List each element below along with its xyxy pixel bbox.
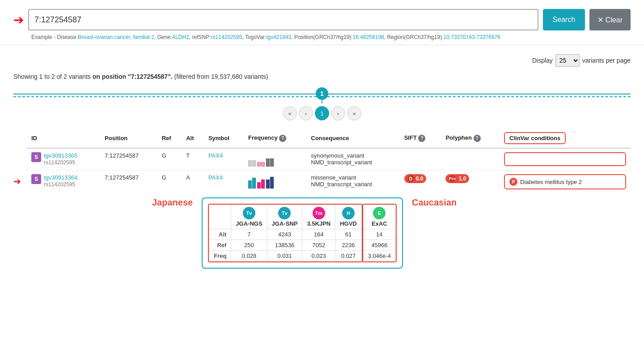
page-last-button[interactable]: » <box>347 106 361 120</box>
col-symbol: Symbol <box>204 128 244 148</box>
jga-snp-badge: Tv <box>278 207 291 219</box>
row2-clinvar-cell: P Diabetes mellitus type 2 <box>504 174 626 189</box>
popup-table: Tv JGA-NGS Tv JGA-SNP <box>209 205 362 261</box>
sift-badge: D 0.0 <box>404 174 427 183</box>
popup-jga-snp-alt: 4243 <box>267 229 302 240</box>
popup-hgvd-alt: 61 <box>335 229 362 240</box>
row2-consequence: missense_variantNMD_transcript_variant <box>306 171 399 193</box>
row2-clinvar: P Diabetes mellitus type 2 <box>500 171 631 193</box>
refsnp-prefix: , refSNP: <box>189 34 211 40</box>
row1-clinvar <box>500 148 631 171</box>
example-prefix: Example - Disease: <box>31 34 78 40</box>
jga-ngs-label: JGA-NGS <box>236 220 262 227</box>
popup-freq-row: Freq 0.028 0.031 0.023 0.027 <box>209 251 362 261</box>
display-select[interactable]: 25 10 50 100 <box>555 54 580 67</box>
popup-inner: Tv JGA-NGS Tv JGA-SNP <box>208 204 397 262</box>
row2-symbol-link[interactable]: PAX4 <box>208 174 223 181</box>
togovar-prefix: , TogoVar: <box>242 34 267 40</box>
sift-d-icon: D <box>407 175 415 182</box>
35kjpn-badge: Tm <box>313 207 325 219</box>
row1-consequence: synonymous_variantNMD_transcript_variant <box>306 148 399 171</box>
example-line: Example - Disease:Breast-ovarian cancer,… <box>13 34 631 40</box>
col-sift: SIFT ? <box>400 128 441 148</box>
label-japanese: Japanese <box>152 197 193 208</box>
refsnp-link[interactable]: rs114202595 <box>211 34 242 40</box>
timeline-bubble[interactable]: 1 <box>316 87 328 100</box>
gene-prefix: , Gene: <box>154 34 172 40</box>
row1-alt: T <box>182 148 204 171</box>
polyphen-badge: Pro 1.0 <box>445 174 469 183</box>
row2-polyphen: Pro 1.0 <box>441 171 500 193</box>
togovar-link[interactable]: tgv421843 <box>266 34 291 40</box>
row1-symbol-link[interactable]: PAX4 <box>208 152 223 159</box>
row2-ref: G <box>157 171 182 193</box>
timeline-stem <box>322 100 322 103</box>
popup-container: Japanese Tv JGA- <box>13 197 631 269</box>
polyphen-help-icon[interactable]: ? <box>474 135 481 142</box>
row1-id-main-link[interactable]: tgv30913365 <box>44 152 77 159</box>
disease-link[interactable]: Breast-ovarian cancer, familial 2 <box>78 34 154 40</box>
row2-position: 7:127254587 <box>100 171 157 193</box>
gene-link[interactable]: ALDH2 <box>172 34 189 40</box>
col-id: ID <box>27 128 100 148</box>
page-next-button[interactable]: › <box>331 106 345 120</box>
row1-sift <box>400 148 441 171</box>
display-suffix: variants per page <box>582 57 631 64</box>
popup-row-label-alt: Alt <box>209 229 231 240</box>
hgvd-badge: H <box>342 207 355 219</box>
variants-table: ID Position Ref Alt Symbol Frequency ? C… <box>27 128 631 193</box>
timeline-area: 1 <box>13 85 631 103</box>
row1-clinvar-cell <box>504 152 626 166</box>
row1-ref: G <box>157 148 182 171</box>
col-consequence: Consequence <box>306 128 399 148</box>
popup-35kjpn-freq: 0.023 <box>302 251 335 261</box>
page-1-button[interactable]: 1 <box>315 106 329 120</box>
col-alt: Alt <box>182 128 204 148</box>
popup-jga-snp-freq: 0.031 <box>267 251 302 261</box>
search-input[interactable]: 7:127254587 <box>28 9 538 30</box>
page-prev-button[interactable]: ‹ <box>299 106 313 120</box>
region-prefix: , Region(GRCh37/hg19): <box>384 34 444 40</box>
sift-help-icon[interactable]: ? <box>418 135 425 142</box>
exac-alt-value: 14 <box>363 229 395 240</box>
result-summary: Showing 1 to 2 of 2 variants on position… <box>13 73 631 80</box>
popup-jga-snp-ref: 138536 <box>267 240 302 251</box>
row1-symbol: PAX4 <box>204 148 244 171</box>
exac-col-box: E ExAC 14 <box>362 204 397 262</box>
label-caucasian: Caucasian <box>412 197 457 208</box>
row1-s-badge: S <box>31 152 41 162</box>
timeline-dashed-line <box>13 96 631 97</box>
col-clinvar: ClinVar conditions <box>500 128 631 148</box>
popup-alt-row: Alt 7 4243 164 61 <box>209 229 362 240</box>
popup-row-label-ref: Ref <box>209 240 231 251</box>
search-arrow-icon: ➔ <box>13 13 24 27</box>
popup-35kjpn-ref: 7052 <box>302 240 335 251</box>
35kjpn-label: 3.5KJPN <box>307 220 330 227</box>
search-button[interactable]: Search <box>543 9 585 30</box>
col-polyphen: Polyphen ? <box>441 128 500 148</box>
row2-id-main-link[interactable]: tgv30913364 <box>44 174 77 181</box>
popup-row-label-freq: Freq <box>209 251 231 261</box>
exac-ref-row: 45966 <box>363 240 395 251</box>
row1-id-sub: rs114202595 <box>44 159 75 166</box>
position-link[interactable]: 16:48258198 <box>353 34 384 40</box>
exac-freq-row: 3.046e-4 <box>363 251 395 261</box>
popup-35kjpn-alt: 164 <box>302 229 335 240</box>
col-frequency: Frequency ? <box>244 128 306 148</box>
row1-position: 7:127254587 <box>100 148 157 171</box>
popup-japanese-table: Tv JGA-NGS Tv JGA-SNP <box>208 204 363 262</box>
popup-col-jga-ngs: Tv JGA-NGS <box>231 205 267 229</box>
exac-badge: E <box>373 207 386 219</box>
main-content: Display 25 10 50 100 variants per page S… <box>0 45 644 278</box>
clear-button[interactable]: ✕ Clear <box>589 9 631 30</box>
row2-sift: D 0.0 <box>400 171 441 193</box>
display-control: Display 25 10 50 100 variants per page <box>13 54 631 67</box>
region-link[interactable]: 10:73270743-73376976 <box>443 34 500 40</box>
clinvar-condition-text: Diabetes mellitus type 2 <box>520 179 582 185</box>
col-position: Position <box>100 128 157 148</box>
popup-jga-ngs-freq: 0.028 <box>231 251 267 261</box>
frequency-help-icon[interactable]: ? <box>279 135 286 142</box>
page-first-button[interactable]: « <box>283 106 297 120</box>
popup-col-hgvd: H HGVD <box>335 205 362 229</box>
search-area: ➔ 7:127254587 Search ✕ Clear Example - D… <box>0 0 644 45</box>
